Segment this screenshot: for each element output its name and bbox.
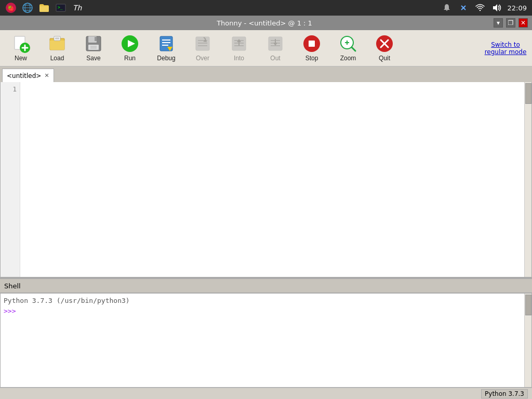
- shell-section: Shell Python 3.7.3 (/usr/bin/python3) >>…: [0, 278, 532, 388]
- window-title: Thonny - <untitled> @ 1 : 1: [35, 19, 494, 27]
- shell-tab-label: Shell: [4, 282, 21, 290]
- save-label: Save: [86, 55, 100, 62]
- tab-bar: <untitled> ✕: [0, 66, 532, 82]
- title-bar: Thonny - <untitled> @ 1 : 1 ▾ ❐ ✕: [0, 16, 532, 30]
- save-icon: [84, 34, 103, 53]
- stop-label: Stop: [305, 55, 318, 62]
- svg-marker-11: [493, 4, 497, 11]
- svg-text:🍓: 🍓: [7, 5, 15, 12]
- code-editor[interactable]: [20, 82, 524, 277]
- into-label: Into: [234, 55, 244, 62]
- notification-icon[interactable]: [441, 2, 453, 14]
- out-icon: [266, 34, 285, 53]
- terminal-icon[interactable]: >_: [55, 2, 66, 14]
- debug-button[interactable]: Debug: [149, 32, 184, 64]
- quit-label: Quit: [379, 55, 390, 62]
- load-label: Load: [50, 55, 64, 62]
- svg-line-54: [352, 47, 355, 51]
- editor-tab[interactable]: <untitled> ✕: [2, 69, 54, 82]
- editor-scrollbar-thumb[interactable]: [525, 83, 531, 104]
- debug-icon: [157, 34, 176, 53]
- clock: 22:09: [508, 4, 527, 12]
- system-bar-right: 22:09: [441, 2, 527, 14]
- raspberry-pi-icon[interactable]: 🍓: [5, 2, 17, 14]
- system-bar: 🍓 >_: [0, 0, 532, 16]
- toolbar: New Load Save: [0, 30, 532, 66]
- line-numbers: 1: [1, 82, 20, 277]
- tab-close-button[interactable]: ✕: [44, 72, 49, 79]
- zoom-button[interactable]: Zoom: [330, 32, 366, 64]
- window-close-button[interactable]: ✕: [518, 18, 528, 28]
- thonny-logo: Th: [72, 2, 83, 14]
- title-bar-controls: ▾ ❐ ✕: [494, 18, 528, 28]
- svg-rect-52: [309, 41, 315, 47]
- volume-icon[interactable]: [491, 2, 502, 14]
- globe-icon[interactable]: [22, 2, 33, 14]
- new-icon: [11, 34, 30, 53]
- shell-scrollbar[interactable]: [524, 294, 531, 387]
- into-button[interactable]: Into: [221, 32, 257, 64]
- run-icon: [121, 34, 139, 53]
- editor-area: 1: [0, 82, 532, 277]
- shell-content: Python 3.7.3 (/usr/bin/python3) >>>: [0, 293, 532, 388]
- zoom-icon: [339, 34, 357, 53]
- editor-section: <untitled> ✕ 1: [0, 66, 532, 278]
- svg-text:>_: >_: [58, 5, 63, 10]
- shell-info-line: Python 3.7.3 (/usr/bin/python3): [4, 296, 521, 306]
- debug-label: Debug: [157, 55, 175, 62]
- load-button[interactable]: Load: [39, 32, 75, 64]
- bluetooth-icon[interactable]: [458, 2, 469, 14]
- shell-text[interactable]: Python 3.7.3 (/usr/bin/python3) >>>: [1, 294, 524, 387]
- over-label: Over: [196, 55, 209, 62]
- system-bar-left: 🍓 >_: [5, 2, 83, 14]
- shell-scrollbar-thumb[interactable]: [525, 295, 531, 315]
- out-button[interactable]: Out: [258, 32, 293, 64]
- svg-rect-22: [95, 37, 97, 41]
- switch-mode-link[interactable]: Switch to regular mode: [482, 41, 529, 56]
- new-label: New: [15, 55, 27, 62]
- stop-icon: [302, 34, 321, 53]
- into-icon: [230, 34, 248, 53]
- svg-rect-10: [446, 10, 447, 11]
- svg-text:Th: Th: [73, 4, 83, 12]
- out-label: Out: [270, 55, 280, 62]
- python-version-badge: Python 3.7.3: [481, 389, 528, 398]
- stop-button[interactable]: Stop: [294, 32, 329, 64]
- editor-scrollbar[interactable]: [524, 82, 531, 277]
- load-icon: [48, 34, 66, 53]
- folder-icon[interactable]: [38, 2, 50, 14]
- over-button[interactable]: Over: [185, 32, 220, 64]
- svg-rect-17: [54, 36, 60, 41]
- wifi-icon[interactable]: [474, 2, 486, 14]
- shell-header: Shell: [0, 278, 532, 293]
- zoom-label: Zoom: [340, 55, 356, 62]
- window-collapse-button[interactable]: ▾: [494, 18, 503, 28]
- new-button[interactable]: New: [3, 32, 38, 64]
- run-label: Run: [124, 55, 136, 62]
- run-button[interactable]: Run: [112, 32, 148, 64]
- shell-prompt: >>>: [4, 306, 521, 316]
- status-bar: Python 3.7.3: [0, 388, 532, 399]
- quit-button[interactable]: Quit: [367, 32, 402, 64]
- window-restore-button[interactable]: ❐: [506, 18, 515, 28]
- tab-label: <untitled>: [7, 72, 41, 79]
- line-number-1: 1: [4, 84, 17, 95]
- quit-icon: [375, 34, 394, 53]
- save-button[interactable]: Save: [76, 32, 111, 64]
- main-area: <untitled> ✕ 1 Shell Python 3.7.3 (/usr/…: [0, 66, 532, 388]
- over-icon: [193, 34, 212, 53]
